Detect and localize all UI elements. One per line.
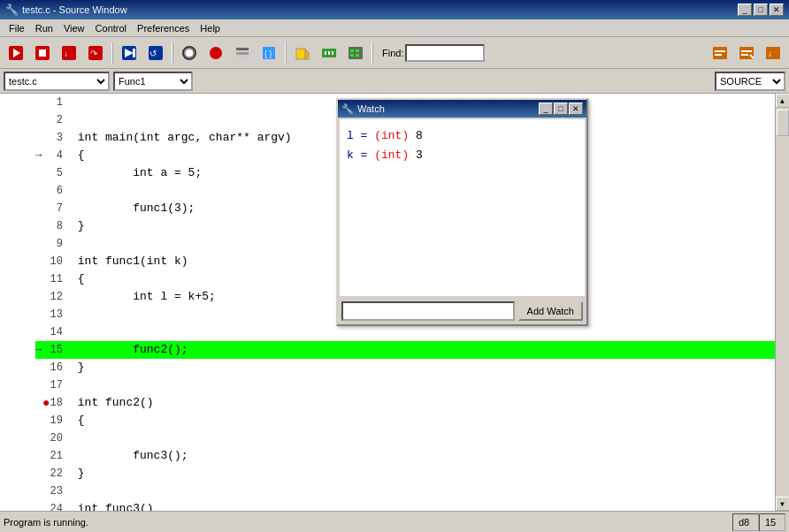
svg-rect-33 [715,50,725,52]
status-right: d8 15 [732,513,785,531]
svg-text:↷: ↷ [90,49,98,58]
menu-view[interactable]: View [58,22,90,34]
code-line-22: 22 } [35,465,775,483]
svg-rect-28 [350,49,354,52]
line-content-24: int func3() [71,500,775,511]
watch-minimize-button[interactable]: _ [539,103,553,115]
watch-var-type-l: (int) [374,129,416,142]
menu-bar: File Run View Control Preferences Help [0,19,789,37]
menu-run[interactable]: Run [30,22,58,34]
menu-help[interactable]: Help [195,22,226,34]
restart-button[interactable]: ↺ [143,41,168,65]
minimize-button[interactable]: _ [738,4,752,16]
watch-content: l = (int) 8k = (int) 3 [340,119,585,296]
source-type-select[interactable]: SOURCE [715,72,785,91]
watch-var-l: l = (int) 8 [347,126,578,146]
watch-var-name-l: l = [347,129,374,142]
line-number-14: 14 [35,323,66,341]
svg-rect-16 [236,48,249,50]
source-toolbar: testc.c Func1 SOURCE [0,69,789,94]
line-number-10: 10 [35,253,66,270]
stop-button[interactable] [30,41,55,65]
code-line-14: 14 [35,323,775,341]
toolbar-separator-3 [285,42,287,64]
watch-title: Watch [357,103,385,114]
svg-point-15 [210,47,222,59]
watch-window-buttons: _ □ ✕ [539,103,583,115]
line-number-19: 19 [35,412,66,429]
continue-button[interactable] [117,41,142,65]
line-number-16: 16 [35,359,66,376]
title-bar: 🔧 testc.c - Source Window _ □ ✕ [0,0,789,19]
watch-maximize-button[interactable]: □ [554,103,568,115]
watch-add-button[interactable]: Add Watch [518,301,583,321]
code-line-23: 23 [35,483,775,500]
menu-preferences[interactable]: Preferences [132,22,195,34]
line-number-13: 13 [35,306,66,323]
scroll-down-arrow[interactable]: ▼ [776,497,790,511]
open-file-button[interactable] [290,41,315,65]
code-line-15: →15 func2(); [35,341,775,359]
watch-var-value-l: 8 [416,129,423,142]
scroll-up-arrow[interactable]: ▲ [776,94,790,108]
icon-right-3[interactable]: ↓ [761,41,785,65]
maximize-button[interactable]: □ [754,4,768,16]
svg-point-14 [185,49,194,57]
svg-rect-29 [350,54,354,57]
file-select[interactable]: testc.c [4,72,110,91]
watch-close-button[interactable]: ✕ [569,103,583,115]
watch-var-type-k: (int) [374,148,416,162]
title-bar-left: 🔧 testc.c - Source Window [5,4,127,16]
code-line-17: 17 [35,376,775,394]
svg-rect-34 [715,54,722,56]
line-number-1: 1 [35,94,66,111]
code-line-21: 21 func3(); [35,447,775,465]
svg-rect-10 [133,49,135,57]
scroll-thumb[interactable] [777,110,789,136]
find-input[interactable] [405,44,485,62]
step-over-button[interactable]: ↷ [83,41,108,65]
line-number-5: 5 [35,164,66,182]
svg-rect-26 [332,51,333,55]
app-icon: 🔧 [5,4,19,16]
watch-bottom: Add Watch [338,298,586,324]
icon-right-2[interactable] [734,41,759,65]
code-line-24: 24 int func3() [35,500,775,511]
vertical-scrollbar[interactable]: ▲ ▼ [775,94,789,511]
menu-file[interactable]: File [4,22,30,34]
run-button[interactable] [4,41,28,65]
svg-rect-30 [356,49,359,52]
watch-button[interactable] [177,41,202,65]
watch-var-k: k = (int) 3 [347,146,578,165]
svg-text:↓: ↓ [64,49,68,58]
step-into-button[interactable]: ↓ [57,41,81,65]
close-button[interactable]: ✕ [770,4,784,16]
breakpoint-button[interactable] [203,41,228,65]
status-d8: d8 [732,513,759,531]
source-button[interactable]: { } [257,41,281,65]
status-bar: Program is running. d8 15 [0,511,789,532]
line-content-18: int func2() [71,394,775,412]
line-number-4: 4 [35,147,66,164]
svg-rect-32 [713,47,727,59]
svg-rect-31 [356,54,359,57]
watch-window: 🔧 Watch _ □ ✕ l = (int) 8k = (int) 3 Add… [336,98,588,326]
find-label: Find: [382,48,403,58]
line-number-9: 9 [35,235,66,253]
func-select[interactable]: Func1 [113,72,193,91]
stack-button[interactable] [230,41,255,65]
line-number-11: 11 [35,270,66,288]
svg-rect-24 [325,51,326,55]
watch-input[interactable] [341,301,515,321]
svg-rect-25 [328,51,330,55]
menu-control[interactable]: Control [90,22,132,34]
registers-button[interactable] [343,41,368,65]
toolbar-right-icons: ↓ [708,41,785,65]
toolbar-separator-2 [172,42,173,64]
svg-rect-3 [39,49,46,57]
line-number-6: 6 [35,182,66,200]
icon-right-1[interactable] [708,41,732,65]
memory-button[interactable] [317,41,341,65]
svg-rect-17 [236,52,249,55]
window-title: testc.c - Source Window [22,4,127,15]
